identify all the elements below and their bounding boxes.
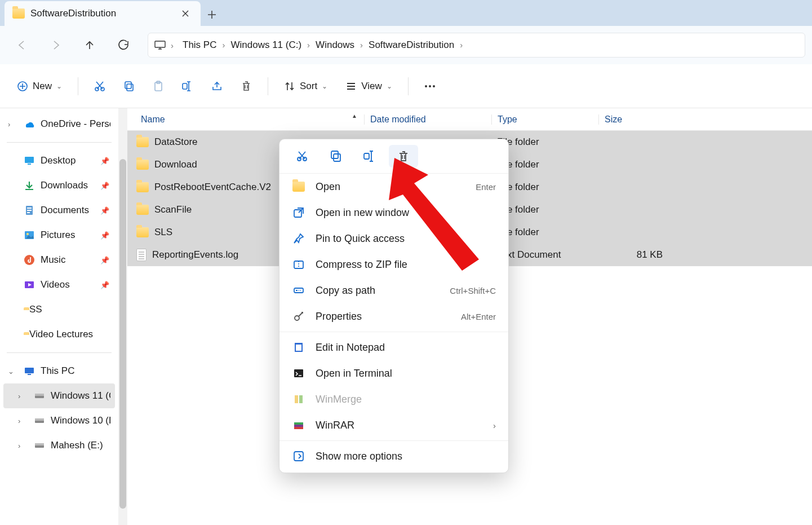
ctx-winmerge[interactable]: WinMerge [279,386,508,412]
svg-rect-35 [364,153,369,159]
chevron-right-icon: › [359,40,364,50]
ctx-properties[interactable]: PropertiesAlt+Enter [279,303,508,329]
sidebar-item-pictures[interactable]: Pictures📌 [3,223,115,248]
sidebar-item-drive[interactable]: ›Windows 11 (C [3,383,115,408]
back-button[interactable] [7,33,37,58]
breadcrumb-this-pc[interactable]: This PC [178,36,221,54]
sidebar-item-ss[interactable]: SS [3,297,115,322]
ctx-copy-button[interactable] [321,145,350,167]
ctx-winrar[interactable]: WinRAR› [279,412,508,438]
pin-icon: 📌 [100,281,110,289]
sidebar-item-videos[interactable]: Videos📌 [3,272,115,297]
ctx-compress-to-zip-file[interactable]: Compress to ZIP file [279,252,508,277]
ctx-accelerator: Ctrl+Shift+C [450,286,496,295]
ctx-open-in-new-window[interactable]: Open in new window [279,200,508,226]
file-name: DataStore [154,136,198,148]
column-size[interactable]: Size [598,114,672,125]
ctx-rename-button[interactable] [355,145,384,167]
sidebar-item-this-pc[interactable]: ⌄ This PC [3,359,115,383]
sidebar-item-desktop[interactable]: Desktop📌 [3,148,115,173]
column-name[interactable]: Name ▲ [127,114,364,125]
sidebar-item-documents[interactable]: Documents📌 [3,198,115,223]
svg-rect-46 [294,422,303,425]
file-name: SLS [154,227,172,238]
desktop-icon [24,155,35,166]
sidebar-label: Desktop [41,155,95,166]
drive-icon [34,417,45,425]
sidebar-scrollbar[interactable] [118,108,127,525]
svg-rect-30 [35,443,44,445]
sidebar-label: Windows 10 (D [51,415,110,426]
sidebar-item-drive[interactable]: ›Mahesh (E:) [3,433,115,458]
nav-bar: › This PC›Windows 11 (C:)›Windows›Softwa… [0,26,812,64]
sidebar-item-onedrive[interactable]: › OneDrive - Perso [3,112,115,136]
ctx-label: Open in new window [316,207,486,219]
svg-rect-34 [331,151,338,158]
sidebar-label: Documents [41,205,95,216]
more-button[interactable] [416,74,443,99]
ctx-open-in-terminal[interactable]: Open in Terminal [279,360,508,386]
cut-button[interactable] [86,74,113,99]
ctx-pin-to-quick-access[interactable]: Pin to Quick access [279,226,508,252]
separator [7,352,112,353]
path-icon [292,284,305,297]
separator [7,142,112,143]
toolbar-separator [78,77,78,95]
column-date[interactable]: Date modified [364,114,491,125]
view-button[interactable]: View ⌄ [338,74,400,99]
rename-button[interactable] [174,74,201,99]
sidebar-item-music[interactable]: Music📌 [3,248,115,272]
chevron-right-icon: › [459,40,464,50]
svg-rect-12 [25,157,34,163]
chevron-right-icon: › [306,40,311,50]
ctx-open[interactable]: OpenEnter [279,174,508,200]
sidebar-item-drive[interactable]: ›Windows 10 (D [3,408,115,433]
ctx-label: Show more options [316,451,496,462]
pin-icon: 📌 [100,256,110,264]
file-size: 81 KB [598,249,672,261]
svg-rect-13 [28,164,31,165]
breadcrumb-windows-11-c-[interactable]: Windows 11 (C:) [226,36,306,54]
forward-button[interactable] [41,33,71,58]
sort-label: Sort [300,81,317,92]
chevron-down-icon: ⌄ [322,82,327,90]
paste-button[interactable] [145,74,172,99]
sidebar-item-downloads[interactable]: Downloads📌 [3,173,115,198]
new-button[interactable]: New ⌄ [9,74,70,99]
folder-icon [136,205,149,215]
svg-rect-15 [27,208,32,209]
ctx-label: Edit in Notepad [316,342,486,354]
tab-softwaredistribution[interactable]: SoftwareDistribution [5,1,201,26]
refresh-button[interactable] [108,33,139,58]
up-button[interactable] [74,33,105,58]
svg-rect-0 [155,41,165,47]
address-bar[interactable]: › This PC›Windows 11 (C:)›Windows›Softwa… [148,33,805,58]
winmerge-icon [292,393,305,405]
drive-icon [34,442,45,449]
more-options-icon [292,450,305,462]
sort-button[interactable]: Sort ⌄ [276,74,335,99]
svg-rect-44 [299,395,303,403]
ctx-show-more[interactable]: Show more options [279,443,508,469]
ctx-copy-as-path[interactable]: Copy as pathCtrl+Shift+C [279,277,508,303]
new-tab-button[interactable] [201,3,223,26]
svg-rect-23 [25,368,34,373]
sidebar-item-video-lectures[interactable]: Video Lectures [3,322,115,347]
documents-icon [24,205,35,216]
tab-title: SoftwareDistribution [30,8,172,19]
share-button[interactable] [203,74,230,99]
close-icon[interactable] [178,6,193,21]
breadcrumb-softwaredistribution[interactable]: SoftwareDistribution [364,36,459,54]
svg-point-19 [26,233,29,235]
music-icon [24,254,35,266]
copy-button[interactable] [116,74,143,99]
scrollbar-thumb[interactable] [119,159,126,509]
ctx-cut-button[interactable] [287,145,317,167]
folder-icon [136,227,149,237]
breadcrumb-windows[interactable]: Windows [311,36,359,54]
delete-button[interactable] [233,74,260,99]
column-type[interactable]: Type [491,114,598,125]
ctx-delete-button[interactable] [389,145,418,167]
pc-icon [154,40,166,50]
ctx-edit-in-notepad[interactable]: Edit in Notepad [279,334,508,360]
